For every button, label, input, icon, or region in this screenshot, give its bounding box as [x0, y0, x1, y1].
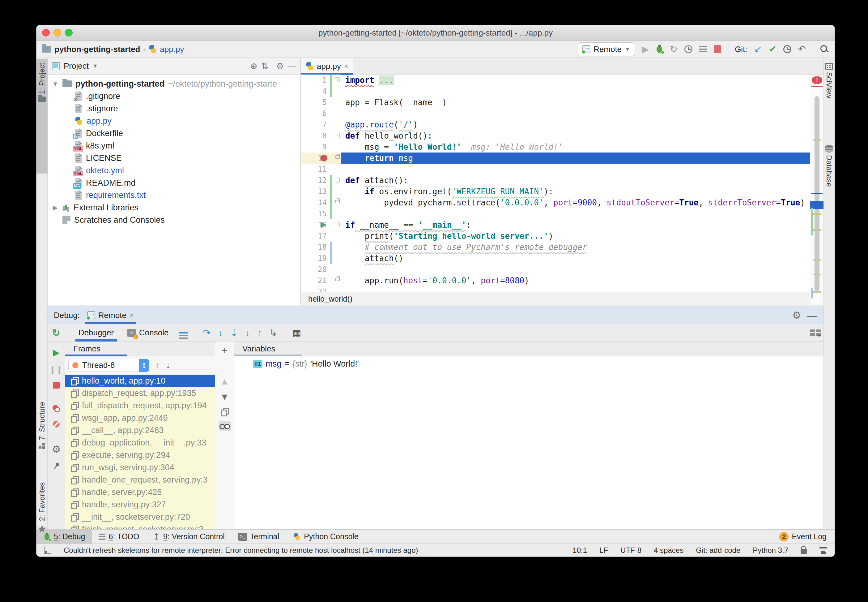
git-branch[interactable]: Git: add-code — [696, 546, 740, 555]
indent-style[interactable]: 4 spaces — [654, 546, 683, 555]
tree-row[interactable]: ⊘.gitignore — [47, 90, 300, 102]
tree-row[interactable]: Scratches and Consoles — [47, 214, 300, 226]
gutter[interactable]: 8- — [301, 130, 341, 141]
code-editor[interactable]: 1+import ...45app = Flask(__name__)67@ap… — [301, 75, 810, 292]
fold-marker-icon[interactable]: - — [335, 133, 340, 138]
step-out-icon[interactable]: ↑ — [257, 328, 262, 338]
code-line[interactable]: 1+import ... — [301, 75, 810, 86]
gutter[interactable]: 7 — [301, 119, 341, 130]
frame-row[interactable]: full_dispatch_request, app.py:194 — [65, 399, 215, 412]
code-line[interactable]: 11 — [301, 164, 810, 175]
frame-row[interactable]: handle, serving.py:327 — [65, 498, 215, 511]
debug-session-tab[interactable]: Remote × — [85, 306, 136, 324]
frame-row[interactable]: __init__, socketserver.py:720 — [65, 511, 215, 523]
restore-layout-icon[interactable] — [810, 329, 819, 336]
view-breakpoints-icon[interactable] — [52, 405, 60, 412]
tree-row[interactable]: YMLokteto.yml — [47, 164, 300, 177]
remove-watch-icon[interactable]: − — [222, 361, 228, 371]
interpreter[interactable]: Python 3.7 — [753, 546, 788, 555]
code-line[interactable]: 15 — [301, 208, 810, 219]
toolwindow-tab-terminal[interactable]: >_Terminal — [231, 530, 286, 544]
editor-error-stripe[interactable]: ! — [810, 75, 824, 305]
breakpoint-icon[interactable] — [321, 155, 328, 161]
gutter[interactable]: 14 — [301, 197, 341, 208]
editor-breadcrumb[interactable]: hello_world() — [301, 292, 810, 305]
stop-icon[interactable] — [53, 382, 60, 389]
run-with-profiler-button[interactable] — [684, 45, 692, 53]
code-line[interactable]: 14 pydevd_pycharm.settrace('0.0.0.0', po… — [301, 197, 810, 208]
sidebar-item-favorites[interactable]: 2: Favorites ★ — [37, 479, 47, 553]
frames-header[interactable]: Frames — [65, 341, 215, 356]
code-line[interactable]: 19 attach() — [301, 253, 810, 264]
sidebar-item-database[interactable]: Database — [824, 141, 834, 222]
run-button[interactable]: ▶ — [642, 45, 649, 54]
toolwindow-tab-python-console[interactable]: Python Console — [286, 530, 365, 544]
step-into-icon[interactable]: ↓ — [218, 328, 223, 338]
variables-header[interactable]: Variables — [234, 341, 824, 356]
tab-app-py[interactable]: app.py × — [301, 58, 353, 75]
frame-row[interactable]: execute, serving.py:294 — [65, 449, 215, 461]
highlighting-level-icon[interactable] — [819, 546, 827, 554]
lock-icon[interactable] — [801, 549, 807, 554]
commit-button[interactable]: ✔ — [769, 45, 776, 54]
code-line[interactable]: 20 — [301, 264, 810, 275]
code-line[interactable]: 16-if __name__ == '__main__': — [301, 219, 810, 230]
event-log-tab[interactable]: 2Event Log — [779, 532, 834, 541]
frame-row[interactable]: handle, server.py:426 — [65, 486, 215, 498]
breadcrumb-root[interactable]: python-getting-started — [54, 45, 140, 54]
frame-row[interactable]: dispatch_request, app.py:1935 — [65, 387, 215, 399]
run-configuration-select[interactable]: Remote ▼ — [578, 42, 635, 56]
sidebar-item-sciview[interactable]: SciView — [824, 59, 834, 130]
sidebar-item-structure[interactable]: 7: Structure — [37, 398, 47, 472]
tree-row[interactable]: ▶External Libraries — [47, 201, 300, 214]
threads-view-icon[interactable] — [179, 332, 188, 333]
gutter[interactable]: 20 — [301, 264, 341, 275]
previous-frame-icon[interactable]: ↑ — [156, 360, 160, 370]
code-line[interactable]: 12-def attach(): — [301, 175, 810, 186]
gutter[interactable]: 13 — [301, 186, 341, 197]
rollback-button[interactable]: ↶ — [798, 45, 806, 54]
pin-icon[interactable] — [51, 461, 61, 471]
run-line-icon[interactable] — [321, 222, 326, 228]
pause-icon[interactable]: ❙❙ — [49, 365, 63, 374]
code-line[interactable]: 9 msg = 'Hello World!' msg: 'Hello World… — [301, 141, 810, 152]
tab-console[interactable]: > Console — [124, 324, 171, 341]
gear-icon[interactable]: ⚙ — [792, 310, 801, 320]
collapse-all-button[interactable]: ⇅ — [261, 61, 268, 71]
gutter[interactable]: 15 — [301, 208, 341, 219]
variable-row[interactable]: 01 msg = {str} 'Hello World!' — [234, 356, 824, 371]
frame-row[interactable]: __call__, app.py:2463 — [65, 424, 215, 436]
status-message[interactable]: Couldn't refresh skeletons for remote in… — [64, 546, 560, 555]
settings-icon[interactable]: ⚙ — [52, 444, 61, 454]
gutter[interactable]: 22 — [301, 286, 341, 292]
code-line[interactable]: 4 — [301, 86, 810, 97]
toolwindow-tab--version-control[interactable]: ↥9: Version Control — [146, 530, 231, 544]
code-line[interactable]: 18 # comment out to use Pycharm's remote… — [301, 242, 810, 253]
next-frame-icon[interactable]: ↓ — [166, 360, 170, 370]
frame-row[interactable]: run_wsgi, serving.py:304 — [65, 461, 215, 474]
tab-debugger[interactable]: Debugger — [75, 324, 117, 341]
gutter[interactable]: 19 — [301, 253, 341, 264]
code-line[interactable]: 6 — [301, 108, 810, 119]
code-line[interactable]: 5app = Flask(__name__) — [301, 97, 810, 108]
fold-marker-icon[interactable]: + — [335, 77, 340, 82]
gutter[interactable]: 4 — [301, 86, 341, 97]
history-button[interactable] — [783, 45, 791, 53]
resume-icon[interactable]: ▶ — [53, 348, 60, 357]
force-step-into-icon[interactable]: ↓ — [245, 328, 250, 338]
gutter[interactable]: 12- — [301, 175, 341, 186]
chevron-collapsed-icon[interactable]: ▶ — [52, 204, 59, 211]
show-watches-icon[interactable] — [219, 421, 231, 431]
frame-row[interactable]: hello_world, app.py:10 — [65, 375, 215, 387]
gutter[interactable]: 1+ — [301, 75, 341, 86]
frame-row[interactable]: wsgi_app, app.py:2446 — [65, 412, 215, 424]
code-line[interactable]: 13 if os.environ.get('WERKZEUG_RUN_MAIN'… — [301, 186, 810, 197]
debug-button[interactable] — [656, 45, 663, 54]
error-indicator[interactable]: ! — [812, 77, 822, 84]
chevron-down-icon[interactable]: ▼ — [92, 63, 98, 69]
step-over-icon[interactable]: ↷ — [203, 328, 211, 338]
gutter[interactable]: 18 — [301, 242, 341, 253]
code-line[interactable]: 8-def hello_world(): — [301, 130, 810, 141]
code-line[interactable]: 7@app.route('/') — [301, 119, 810, 130]
close-icon[interactable]: × — [130, 311, 134, 319]
